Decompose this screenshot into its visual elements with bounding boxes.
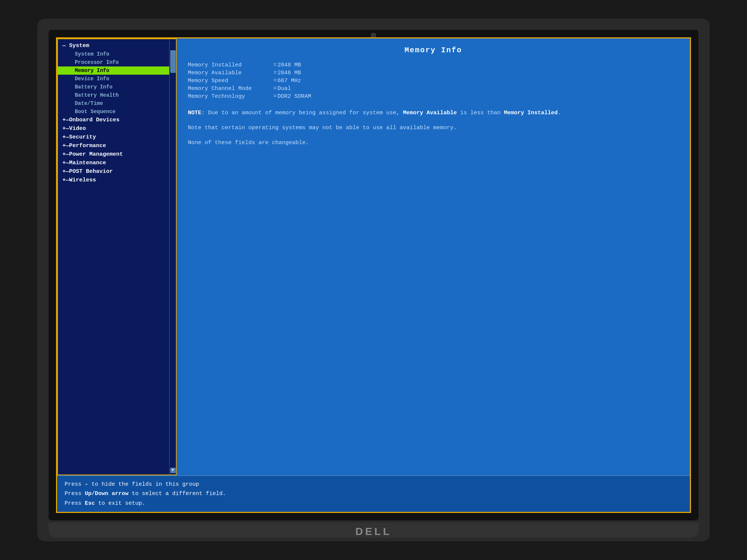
sidebar-item-onboard-devices[interactable]: +—Onboard Devices (58, 116, 176, 124)
table-row: Memory Speed = 667 MHz (188, 78, 679, 84)
sidebar-item-post-behavior[interactable]: +—POST Behavior (58, 167, 176, 176)
note-not-changeable: None of these fields are changeable. (188, 139, 679, 147)
sidebar-item-system-info[interactable]: System Info (58, 50, 176, 58)
right-panel: Memory Info Memory Installed = 2048 MB M… (177, 38, 690, 475)
sidebar-item-security[interactable]: +—Security (58, 133, 176, 141)
sidebar-item-system[interactable]: — System (58, 41, 176, 50)
system-dash-icon: — (62, 43, 66, 49)
plus-icon-post: + (62, 168, 66, 175)
help-line-3: Press Esc to exit setup. (65, 499, 682, 508)
page-title: Memory Info (188, 46, 679, 55)
help-bar: Press - to hide the fields in this group… (57, 475, 690, 512)
laptop-body: — System System Info Processor Info Memo… (37, 19, 710, 541)
plus-icon-power: + (62, 151, 66, 158)
sidebar-item-wireless[interactable]: +—Wireless (58, 176, 176, 184)
table-row: Memory Channel Mode = Dual (188, 85, 679, 92)
scrollbar[interactable]: ▼ (169, 39, 176, 475)
left-panel-inner: — System System Info Processor Info Memo… (58, 39, 176, 475)
sidebar-item-battery-health[interactable]: Battery Health (58, 91, 176, 99)
plus-icon-performance: + (62, 143, 66, 149)
help-line-1: Press - to hide the fields in this group (65, 480, 682, 489)
plus-icon-wireless: + (62, 177, 66, 183)
sidebar-item-maintenance[interactable]: +—Maintenance (58, 159, 176, 167)
scroll-thumb[interactable] (170, 50, 176, 73)
table-row: Memory Technology = DDR2 SDRAM (188, 93, 679, 100)
sidebar-item-processor-info[interactable]: Processor Info (58, 58, 176, 66)
sidebar-item-device-info[interactable]: Device Info (58, 75, 176, 83)
sidebar-item-memory-info[interactable]: Memory Info (58, 66, 176, 75)
sidebar-item-battery-info[interactable]: Battery Info (58, 83, 176, 91)
bios-main: — System System Info Processor Info Memo… (57, 38, 690, 475)
sidebar-item-performance[interactable]: +—Performance (58, 141, 176, 150)
note-os-memory: Note that certain operating systems may … (188, 124, 679, 133)
sidebar-item-date-time[interactable]: Date/Time (58, 99, 176, 108)
plus-icon-video: + (62, 125, 66, 132)
sidebar-item-boot-sequence[interactable]: Boot Sequence (58, 108, 176, 116)
plus-icon-security: + (62, 134, 66, 140)
memory-info-table: Memory Installed = 2048 MB Memory Availa… (188, 62, 679, 101)
bios-screen: — System System Info Processor Info Memo… (56, 37, 691, 513)
note-memory-assigned: NOTE: Due to an amount of memory being a… (188, 109, 679, 118)
sidebar-item-video[interactable]: +—Video (58, 124, 176, 133)
plus-icon-maintenance: + (62, 160, 66, 166)
sidebar-item-power-management[interactable]: +—Power Management (58, 150, 176, 159)
table-row: Memory Installed = 2048 MB (188, 62, 679, 68)
table-row: Memory Available = 2046 MB (188, 70, 679, 76)
laptop-bottom: DELL (49, 523, 698, 538)
left-panel: — System System Info Processor Info Memo… (57, 38, 177, 475)
plus-icon-onboard: + (62, 117, 66, 123)
screen-bezel: — System System Info Processor Info Memo… (49, 30, 698, 520)
scroll-arrow-down[interactable]: ▼ (170, 468, 176, 473)
help-line-2: Press Up/Down arrow to select a differen… (65, 489, 682, 499)
dell-brand-logo: DELL (355, 521, 391, 539)
